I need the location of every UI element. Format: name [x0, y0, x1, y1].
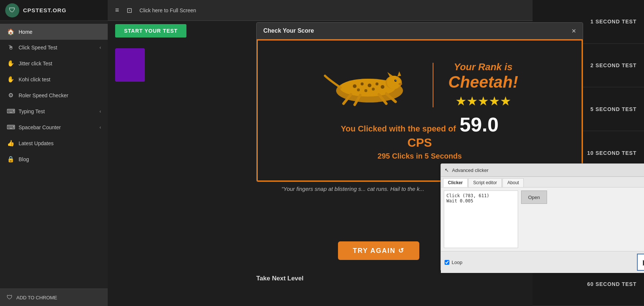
try-again-button[interactable]: TRY AGAIN ↺	[338, 241, 419, 260]
quote-text: "Your fingers snap at blistering s... ca…	[282, 186, 425, 192]
star-3: ★	[478, 94, 489, 108]
star-2: ★	[466, 94, 478, 108]
keyboard-icon-2: ⌨	[7, 124, 15, 131]
sidebar-item-click-speed[interactable]: 🖱 Click Speed Test ‹	[0, 40, 108, 55]
modal-divider	[433, 63, 433, 107]
menu-icon[interactable]: ≡	[115, 6, 119, 14]
open-button[interactable]: Open	[521, 191, 547, 204]
chevron-right-icon: ‹	[100, 45, 101, 50]
sidebar-logo: 🛡	[5, 3, 19, 17]
svg-marker-13	[397, 71, 401, 76]
hand-icon: ✋	[7, 60, 15, 67]
sidebar-item-kohi[interactable]: ✋ Kohi click test	[0, 71, 108, 87]
rank-name: Cheetah!	[448, 73, 518, 91]
sidebar-item-label: Kohi click test	[19, 76, 51, 82]
advanced-clicker-window: ↖ Advanced clicker — □ ✕ Clicker Script …	[440, 163, 644, 271]
tab-clicker[interactable]: Clicker	[443, 178, 468, 187]
cheetah-image	[321, 61, 418, 109]
tab-script-editor[interactable]: Script editor	[468, 178, 502, 187]
rank-section: Your Rank is Cheetah! ★ ★ ★ ★ ★	[448, 61, 518, 108]
sidebar-title: CPSTEST.ORG	[23, 7, 66, 13]
titlebar-left: ↖ Advanced clicker	[445, 167, 488, 173]
sidebar-item-label: Roler Speed Checker	[19, 92, 68, 98]
svg-point-11	[387, 76, 400, 89]
sidebar-item-label: Blog	[19, 156, 29, 162]
svg-point-4	[368, 84, 371, 87]
sidebar-item-label: Spacebar Counter	[19, 124, 61, 130]
play-button[interactable]: ▶	[637, 254, 644, 271]
sidebar-item-typing[interactable]: ⌨ Typing Test ‹	[0, 103, 108, 119]
star-1: ★	[455, 94, 466, 108]
stars-row: ★ ★ ★ ★ ★	[455, 94, 511, 108]
chevron-right-icon-2: ‹	[100, 109, 101, 114]
advanced-clicker-title: Advanced clicker	[452, 167, 488, 173]
sidebar-item-label: Click Speed Test	[19, 45, 57, 51]
sidebar-item-roller[interactable]: ⚙ Roler Speed Checker	[0, 87, 108, 103]
hand-icon-2: ✋	[7, 76, 15, 83]
speed-value: 59.0	[459, 113, 498, 136]
purple-banner	[115, 48, 145, 82]
speed-row: You Clicked with the speed of 59.0	[341, 113, 498, 136]
home-icon: 🏠	[7, 28, 15, 35]
sidebar-item-label: Typing Test	[19, 108, 45, 114]
svg-point-16	[399, 83, 402, 85]
chrome-icon: 🛡	[7, 294, 13, 301]
modal-title: Check Your Score	[263, 27, 314, 34]
quote-area: "Your fingers snap at blistering s... ca…	[256, 186, 449, 192]
gear-icon: ⚙	[7, 92, 15, 99]
svg-point-8	[364, 89, 367, 92]
advanced-clicker-titlebar: ↖ Advanced clicker — □ ✕	[441, 164, 644, 177]
thumbs-up-icon: 👍	[7, 140, 15, 147]
cps-label: CPS	[407, 136, 432, 150]
svg-point-5	[375, 82, 378, 85]
modal-body: Your Rank is Cheetah! ★ ★ ★ ★ ★ You Clic…	[257, 39, 583, 182]
main-area: ≡ ⊡ Click here to Full Screen START YOUR…	[108, 0, 644, 306]
cursor-icon: ↖	[445, 167, 449, 173]
tab-about[interactable]: About	[502, 178, 524, 187]
start-test-button[interactable]: START YOUR TEST	[115, 24, 186, 38]
rank-prefix: Your Rank is	[454, 61, 513, 73]
advanced-clicker-footer: Loop ▶ ■	[441, 251, 644, 273]
sidebar-item-label: Latest Updates	[19, 140, 53, 146]
action-buttons: ▶ ■	[637, 254, 644, 271]
svg-point-9	[372, 88, 375, 91]
script-textarea[interactable]: Click (783, 611) Wait 0.005	[444, 191, 518, 248]
shield-icon: 🛡	[9, 6, 16, 14]
sidebar-header: 🛡 CPSTEST.ORG	[0, 0, 108, 21]
speed-prefix: You Clicked with the speed of	[341, 124, 456, 134]
loop-label: Loop	[452, 260, 462, 265]
sidebar-item-label: Jitter click Test	[19, 61, 52, 66]
score-modal: Check Your Score ×	[256, 22, 583, 182]
loop-checkbox[interactable]	[445, 260, 449, 265]
add-to-chrome-button[interactable]: 🛡 ADD TO CHROME	[0, 289, 108, 306]
sidebar-item-spacebar[interactable]: ⌨ Spacebar Counter ‹	[0, 119, 108, 135]
sidebar: 🛡 CPSTEST.ORG 🏠 Home 🖱 Click Speed Test …	[0, 0, 108, 306]
loop-row: Loop	[445, 260, 462, 265]
svg-point-7	[357, 88, 360, 91]
fullscreen-icon[interactable]: ⊡	[127, 6, 132, 14]
sidebar-item-jitter[interactable]: ✋ Jitter click Test	[0, 55, 108, 71]
svg-point-14	[394, 79, 397, 82]
svg-point-6	[381, 85, 384, 89]
sidebar-item-label: Home	[19, 29, 32, 35]
modal-header: Check Your Score ×	[257, 23, 583, 39]
cursor-icon: 🖱	[7, 44, 15, 51]
lock-icon: 🔒	[7, 156, 15, 163]
modal-content-row: Your Rank is Cheetah! ★ ★ ★ ★ ★	[265, 61, 574, 109]
sidebar-item-blog[interactable]: 🔒 Blog	[0, 151, 108, 167]
sidebar-nav: 🏠 Home 🖱 Click Speed Test ‹ ✋ Jitter cli…	[0, 21, 108, 289]
add-chrome-label: ADD TO CHROME	[16, 295, 57, 300]
svg-point-2	[353, 84, 357, 88]
advanced-clicker-tabs: Clicker Script editor About	[441, 177, 644, 188]
advanced-clicker-body: Click (783, 611) Wait 0.005 Open	[441, 188, 644, 251]
topbar-text: Click here to Full Screen	[140, 7, 196, 13]
chevron-right-icon-3: ‹	[100, 125, 101, 130]
svg-point-15	[396, 80, 396, 81]
clicks-summary: 295 Clicks in 5 Seconds	[378, 152, 462, 160]
modal-close-button[interactable]: ×	[572, 27, 576, 35]
svg-point-3	[361, 82, 364, 85]
star-5: ★	[500, 94, 511, 108]
sidebar-item-updates[interactable]: 👍 Latest Updates	[0, 135, 108, 151]
sidebar-item-home[interactable]: 🏠 Home	[0, 24, 108, 40]
star-4: ★	[489, 94, 500, 108]
